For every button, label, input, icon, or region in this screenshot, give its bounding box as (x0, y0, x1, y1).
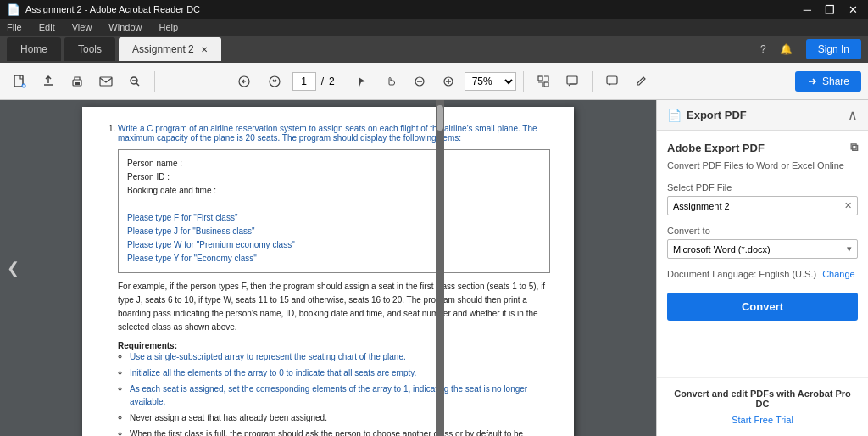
svg-rect-13 (607, 76, 617, 84)
pen-tool-button[interactable] (628, 69, 654, 94)
select-tool-button[interactable] (349, 69, 375, 94)
sign-in-button[interactable]: Sign In (806, 39, 861, 59)
convert-button[interactable]: Convert (667, 293, 858, 321)
change-language-link[interactable]: Change (822, 269, 855, 279)
create-pdf-button[interactable] (7, 69, 32, 94)
selected-file-name: Assignment 2 (673, 201, 730, 211)
app-icon: 📄 (7, 3, 20, 16)
print-button[interactable] (64, 69, 90, 94)
next-page-button[interactable] (262, 69, 287, 94)
upload-button[interactable] (36, 69, 61, 94)
main-area: ❮ Write a C program of an airline reserv… (0, 100, 868, 436)
convert-to-value: Microsoft Word (*.docx) (673, 244, 771, 254)
export-pdf-icon: 📄 (667, 109, 682, 122)
title-bar-text: Assignment 2 - Adobe Acrobat Reader DC (25, 4, 200, 14)
tab-home-label: Home (20, 43, 47, 55)
pdf-box: Person name : Person ID : Booking date a… (118, 149, 550, 273)
svg-rect-12 (567, 76, 577, 84)
tab-close-icon[interactable]: ✕ (201, 45, 208, 54)
share-button[interactable]: Share (795, 71, 861, 92)
zoom-out-button[interactable] (407, 69, 432, 94)
pdf-box-instr-3: Please type W for "Premium economy class… (127, 238, 541, 252)
tab-tools-label: Tools (78, 43, 102, 55)
tab-assignment2[interactable]: Assignment 2 ✕ (119, 37, 221, 61)
toolbar: 1 / 2 75% 100% 125% 150% (0, 63, 868, 100)
pdf-req-3: As each seat is assigned, set the corres… (130, 383, 550, 408)
fit-page-button[interactable] (531, 69, 556, 94)
email-button[interactable] (93, 69, 119, 94)
panel-description: Convert PDF Files to Word or Excel Onlin… (667, 159, 858, 172)
panel-footer-title: Convert and edit PDFs with Acrobat Pro D… (667, 388, 858, 409)
menu-edit[interactable]: Edit (36, 20, 58, 34)
pdf-box-instr-1: Please type F for "First class" (127, 211, 541, 225)
comment-button[interactable] (559, 69, 585, 94)
pdf-box-line-1: Person name : (127, 157, 541, 170)
share-label: Share (822, 75, 849, 87)
page-left-arrow[interactable]: ❮ (7, 259, 19, 277)
toolbar-center: 1 / 2 75% 100% 125% 150% (231, 69, 654, 94)
tab-assignment2-label: Assignment 2 (132, 43, 194, 55)
tab-tools[interactable]: Tools (64, 37, 115, 61)
panel-collapse-button[interactable]: ∧ (848, 107, 858, 123)
page-nav: 1 / 2 (231, 69, 335, 94)
svg-rect-0 (14, 75, 23, 87)
page-total: 2 (329, 75, 335, 87)
svg-rect-4 (100, 77, 112, 86)
menu-window[interactable]: Window (105, 20, 145, 34)
file-selector[interactable]: Assignment 2 ✕ (667, 196, 858, 215)
panel-section-title-text: Adobe Export PDF (667, 142, 765, 154)
zoom-select[interactable]: 75% 100% 125% 150% (465, 72, 516, 91)
speech-bubble-button[interactable] (599, 69, 625, 94)
pdf-question-text: Write a C program of an airline reservat… (118, 124, 537, 143)
pdf-box-instr-4: Please type Y for "Economy class" (127, 252, 541, 266)
pdf-scrollbar-thumb[interactable] (437, 105, 443, 131)
title-bar: 📄 Assignment 2 - Adobe Acrobat Reader DC… (0, 0, 868, 19)
hand-tool-button[interactable] (378, 69, 403, 94)
free-trial-link[interactable]: Start Free Trial (732, 415, 793, 425)
minimize-button[interactable]: ─ (800, 3, 815, 16)
zoom-in-button[interactable] (436, 69, 461, 94)
svg-rect-3 (75, 82, 80, 85)
pdf-req-4: Never assign a seat that has already bee… (130, 411, 550, 424)
select-file-label: Select PDF File (667, 182, 858, 193)
toolbar-divider-4 (592, 71, 593, 92)
pdf-req-5: When the first class is full, the progra… (130, 428, 550, 436)
copy-icon[interactable]: ⧉ (850, 141, 858, 154)
pdf-page: Write a C program of an airline reservat… (82, 107, 574, 436)
menu-bar: File Edit View Window Help (0, 19, 868, 36)
tab-home[interactable]: Home (7, 37, 61, 61)
svg-rect-11 (544, 82, 548, 87)
pdf-req-1: Use a single-subscripted array to repres… (130, 350, 550, 363)
toolbar-divider-2 (342, 71, 342, 92)
panel-footer: Convert and edit PDFs with Acrobat Pro D… (657, 377, 868, 436)
pdf-box-line-2: Person ID : (127, 170, 541, 184)
toolbar-divider-3 (523, 71, 524, 92)
pdf-scrollbar[interactable] (436, 100, 444, 436)
doc-lang-label: Document Language: (667, 269, 756, 279)
menu-help[interactable]: Help (155, 20, 181, 34)
prev-page-button[interactable] (231, 69, 257, 94)
menu-view[interactable]: View (69, 20, 96, 34)
zoom-out-text-button[interactable] (122, 69, 147, 94)
help-icon[interactable]: ? (760, 43, 766, 55)
toolbar-divider-1 (154, 71, 155, 92)
pdf-desc-text: For example, if the person types F, then… (118, 280, 550, 334)
svg-rect-10 (538, 76, 542, 81)
pdf-requirements: Requirements: Use a single-subscripted a… (118, 341, 550, 436)
panel-section-title: Adobe Export PDF ⧉ (667, 141, 858, 154)
convert-to-label: Convert to (667, 226, 858, 236)
right-panel: 📄 Export PDF ∧ Adobe Export PDF ⧉ Conver… (656, 100, 868, 436)
pdf-req-title: Requirements: (118, 341, 177, 350)
notification-icon[interactable]: 🔔 (780, 43, 793, 55)
tab-bar: Home Tools Assignment 2 ✕ ? 🔔 Sign In (0, 36, 868, 63)
restore-button[interactable]: ❐ (821, 3, 838, 16)
menu-file[interactable]: File (3, 20, 25, 34)
page-number-input[interactable]: 1 (292, 72, 316, 91)
pdf-req-2: Initialize all the elements of the array… (130, 366, 550, 379)
pdf-box-line-3: Booking date and time : (127, 184, 541, 198)
file-clear-button[interactable]: ✕ (844, 200, 852, 211)
panel-header-title: Export PDF (687, 109, 747, 121)
close-button[interactable]: ✕ (845, 3, 861, 16)
doc-lang: Document Language: English (U.S.) Change (667, 269, 858, 279)
convert-to-dropdown[interactable]: Microsoft Word (*.docx) ▾ (667, 239, 858, 259)
